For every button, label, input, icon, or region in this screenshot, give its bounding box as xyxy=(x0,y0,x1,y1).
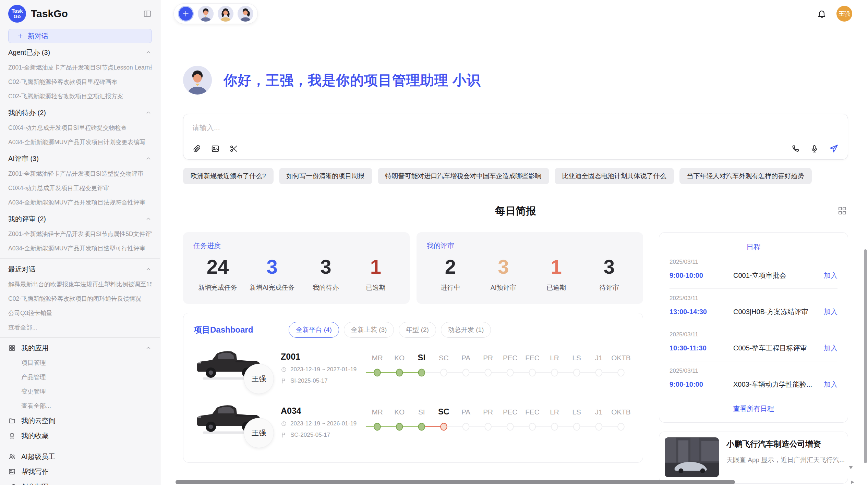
view-all-schedule-link[interactable]: 查看所有日程 xyxy=(670,404,837,413)
sidebar-section-header[interactable]: Agent已办 (3) xyxy=(8,45,152,60)
sidebar-section-header[interactable]: AI评审 (3) xyxy=(8,151,152,166)
recent-chat-item[interactable]: C02-飞腾新能源轻客改款项目的闭环通告反馈情况 xyxy=(8,291,152,306)
flag-icon xyxy=(281,432,287,438)
vertical-scrollbar[interactable] xyxy=(864,249,867,463)
chevron-up-icon xyxy=(145,49,152,56)
sidebar-section-header[interactable]: 我的待办 (2) xyxy=(8,105,152,121)
svg-text:LS: LS xyxy=(572,408,581,416)
sidebar-collapse-icon[interactable] xyxy=(143,9,152,18)
svg-text:SC: SC xyxy=(439,354,449,362)
svg-text:J1: J1 xyxy=(595,408,603,416)
user-avatar[interactable]: 王强 xyxy=(836,6,852,22)
sidebar-task-item[interactable]: A034-全新新能源MUV产品开发项目法规符合性评审 xyxy=(8,195,152,210)
join-meeting-button[interactable]: 加入 xyxy=(824,307,837,316)
horizontal-scrollbar[interactable] xyxy=(173,480,847,484)
sidebar-tools-section: AI超级员工帮我写作创意制图 xyxy=(8,449,152,485)
topbar-right: 王强 xyxy=(817,6,852,22)
agent-avatar-1[interactable] xyxy=(198,6,214,22)
sidebar-task-item[interactable]: Z001-全新燃油皮卡产品开发项目SI节点Lesson Learn报告 xyxy=(8,60,152,75)
sidebar-section-header[interactable]: 我的评审 (2) xyxy=(8,211,152,227)
event-date: 2025/03/11 xyxy=(670,368,837,374)
sidebar-task-item[interactable]: Z001-全新燃油轻卡产品开发项目SI造型提交物评审 xyxy=(8,166,152,181)
sidebar-tool[interactable]: AI超级员工 xyxy=(8,449,152,464)
join-meeting-button[interactable]: 加入 xyxy=(824,271,837,280)
suggestion-chip[interactable]: 比亚迪全固态电池计划具体说了什么 xyxy=(555,168,674,184)
suggestion-chip[interactable]: 特朗普可能对进口汽车增税会对中国车企造成哪些影响 xyxy=(378,168,549,184)
stat-value: 3 xyxy=(307,256,345,278)
assistant-avatar xyxy=(183,66,212,95)
sidebar-task-item[interactable]: C02-飞腾新能源轻客改款项目里程碑画布 xyxy=(8,75,152,89)
paperclip-icon xyxy=(192,144,201,153)
dashboard-filter-pill[interactable]: 全新平台 (4) xyxy=(289,322,339,338)
schedule-event: 2025/03/11 9:00-10:00 X003-车辆动力学性能验... 加… xyxy=(670,361,837,397)
project-row[interactable]: 王强 Z001 2023-12-19 ~ 2027-01-19 SI-2025-… xyxy=(194,345,632,392)
agent-avatar-3[interactable] xyxy=(238,6,253,22)
svg-text:MR: MR xyxy=(372,408,383,416)
suggestion-chip[interactable]: 欧洲新规最近颁布了什么? xyxy=(183,168,274,184)
add-agent-button[interactable] xyxy=(178,6,194,22)
layout-grid-icon[interactable] xyxy=(837,206,847,216)
sidebar-task-item[interactable]: A034-全新新能源MUV产品开发项目造型可行性评审 xyxy=(8,241,152,256)
chevron-up-icon xyxy=(145,345,152,351)
scissors-icon xyxy=(229,144,238,153)
sidebar-apps-section: 我的应用项目管理产品管理变更管理查看全部...我的云空间我的收藏 xyxy=(8,340,152,443)
recent-chat-item[interactable]: 公司Q3轻卡销量 xyxy=(8,306,152,320)
sidebar-task-item[interactable]: Z001-全新燃油轻卡产品开发项目SI节点属性5D文件评审 xyxy=(8,227,152,241)
link-label: 我的收藏 xyxy=(21,431,49,440)
attachment-icon[interactable] xyxy=(192,144,201,153)
notification-bell-icon[interactable] xyxy=(817,9,827,19)
view-all-apps-link[interactable]: 查看全部... xyxy=(8,399,152,413)
suggestion-chip[interactable]: 如何写一份清晰的项目周报 xyxy=(279,168,372,184)
stats-card: 任务进度 24新增完成任务3新增AI完成任务3我的待办1已逾期 xyxy=(183,232,410,304)
microphone-icon[interactable] xyxy=(810,144,819,153)
suggestion-chip[interactable]: 当下年轻人对汽车外观有怎样的喜好趋势 xyxy=(679,168,812,184)
project-row[interactable]: 王强 A034 2023-12-19 ~ 2026-01-19 SC-2025-… xyxy=(194,399,632,446)
new-chat-button[interactable]: 新对话 xyxy=(8,29,152,43)
horizontal-scrollbar-thumb[interactable] xyxy=(176,480,735,484)
sidebar-task-item[interactable]: A034-全新新能源MUV产品开发项目计划变更表编写 xyxy=(8,135,152,149)
svg-text:LS: LS xyxy=(572,354,581,362)
app-link[interactable]: 项目管理 xyxy=(8,356,152,370)
app-link[interactable]: 产品管理 xyxy=(8,370,152,384)
send-icon[interactable] xyxy=(829,144,839,154)
taskgo-logo: Task Go TaskGo xyxy=(8,5,68,23)
join-meeting-button[interactable]: 加入 xyxy=(824,344,837,353)
stat-label: 已逾期 xyxy=(538,283,575,292)
voice-call-icon[interactable] xyxy=(791,144,800,153)
scroll-right-arrow[interactable] xyxy=(851,481,854,484)
join-meeting-button[interactable]: 加入 xyxy=(824,380,837,389)
composer[interactable]: 请输入... xyxy=(183,114,848,160)
dashboard-filter-pill[interactable]: 动总开发 (1) xyxy=(441,322,491,338)
sidebar-link[interactable]: 我的收藏 xyxy=(8,428,152,443)
tool-label: 帮我写作 xyxy=(21,467,49,476)
recent-chat-item[interactable]: 解释最新出台的欧盟报废车法规再生塑料比例被调至15%... xyxy=(8,277,152,291)
sidebar-link[interactable]: 我的云空间 xyxy=(8,413,152,428)
project-code: A034 xyxy=(281,406,355,416)
sidebar-header: Task Go TaskGo xyxy=(8,4,152,23)
event-title: C001-立项审批会 xyxy=(733,271,824,280)
schedule-event: 2025/03/11 10:30-11:30 C005-整车工程目标评审 加入 xyxy=(670,325,837,361)
svg-text:J1: J1 xyxy=(595,354,603,362)
chevron-up-icon xyxy=(145,266,152,273)
sidebar-task-item[interactable]: C02-飞腾新能源轻客改款项目立项汇报方案 xyxy=(8,89,152,103)
scissors-icon[interactable] xyxy=(229,144,238,153)
stats-card-title: 任务进度 xyxy=(193,241,399,250)
sidebar-tool[interactable]: 创意制图 xyxy=(8,479,152,485)
sidebar-tool[interactable]: 帮我写作 xyxy=(8,464,152,479)
stat-label: 新增完成任务 xyxy=(198,283,237,292)
my-apps-header[interactable]: 我的应用 xyxy=(8,340,152,356)
avatar-illustration xyxy=(183,66,212,95)
dashboard-filter-pill[interactable]: 年型 (2) xyxy=(399,322,436,338)
agent-avatar-2[interactable] xyxy=(218,6,233,22)
project-date-range: 2023-12-19 ~ 2027-01-19 xyxy=(290,366,357,373)
scroll-down-arrow[interactable] xyxy=(849,466,853,469)
dashboard-filter-pill[interactable]: 全新上装 (3) xyxy=(344,322,394,338)
view-all-chats-link[interactable]: 查看全部... xyxy=(8,320,152,335)
image-upload-icon[interactable] xyxy=(211,144,220,153)
app-link[interactable]: 变更管理 xyxy=(8,384,152,399)
sidebar-task-item[interactable]: C0X4-动力总成开发项目工程变更评审 xyxy=(8,181,152,195)
news-card[interactable]: 小鹏飞行汽车制造公司增资 天眼查 App 显示，近日广州汇天飞行汽... xyxy=(659,432,848,484)
sidebar-task-item[interactable]: C0X4-动力总成开发项目SI里程碑提交物检查 xyxy=(8,121,152,135)
recent-chats-header[interactable]: 最近对话 xyxy=(8,261,152,277)
svg-text:MR: MR xyxy=(372,354,383,362)
